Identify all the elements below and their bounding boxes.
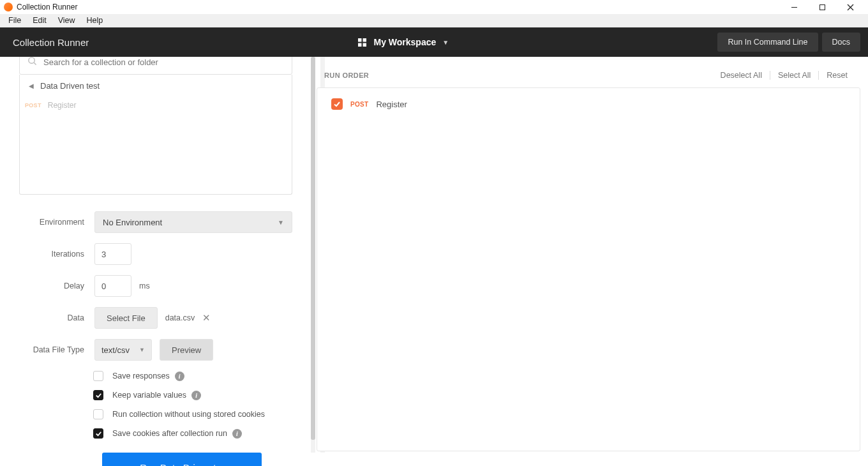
environment-select[interactable]: No Environment ▼ bbox=[94, 211, 292, 233]
environment-label: Environment bbox=[19, 218, 94, 227]
collection-search[interactable] bbox=[19, 57, 292, 75]
svg-rect-4 bbox=[358, 38, 362, 42]
run-settings: Environment No Environment ▼ Iterations … bbox=[19, 211, 292, 466]
collection-row[interactable]: ◀ Data Driven test bbox=[20, 75, 292, 97]
request-name: Register bbox=[48, 101, 77, 110]
chevron-left-icon: ◀ bbox=[29, 82, 34, 89]
preview-button[interactable]: Preview bbox=[160, 339, 213, 361]
keep-variables-checkbox[interactable] bbox=[93, 390, 103, 400]
run-order-item[interactable]: POST Register bbox=[331, 98, 846, 110]
topbar-heading: Collection Runner bbox=[0, 37, 89, 48]
search-icon bbox=[27, 57, 37, 68]
save-cookies-checkbox[interactable] bbox=[93, 428, 103, 439]
svg-point-8 bbox=[29, 57, 34, 63]
iterations-label: Iterations bbox=[19, 250, 94, 259]
info-icon[interactable]: i bbox=[232, 429, 242, 439]
environment-value: No Environment bbox=[103, 218, 162, 227]
iterations-input[interactable]: 3 bbox=[94, 243, 131, 265]
workspace-grid-icon bbox=[357, 38, 367, 47]
chevron-down-icon: ▼ bbox=[278, 219, 284, 226]
run-order-header: RUN ORDER Deselect All Select All Reset bbox=[317, 68, 860, 87]
data-file-type-select[interactable]: text/csv ▼ bbox=[94, 339, 152, 361]
no-stored-cookies-checkbox[interactable] bbox=[93, 409, 103, 419]
window-minimize-button[interactable] bbox=[780, 0, 808, 14]
run-order-list: POST Register bbox=[317, 87, 860, 451]
menu-view[interactable]: View bbox=[52, 16, 81, 25]
window-maximize-button[interactable] bbox=[808, 0, 836, 14]
save-cookies-label: Save cookies after collection run bbox=[112, 429, 227, 438]
save-responses-label: Save responses bbox=[112, 372, 170, 380]
delay-input[interactable]: 0 bbox=[94, 275, 131, 297]
window-titlebar: Collection Runner bbox=[0, 0, 868, 14]
delay-label: Delay bbox=[19, 282, 94, 290]
run-order-checkbox[interactable] bbox=[331, 98, 343, 110]
app-topbar: Collection Runner My Workspace ▼ Run In … bbox=[0, 27, 868, 57]
svg-rect-6 bbox=[358, 43, 362, 47]
info-icon[interactable]: i bbox=[175, 372, 184, 381]
run-command-line-button[interactable]: Run In Command Line bbox=[717, 33, 818, 52]
request-method-badge: POST bbox=[25, 102, 41, 109]
info-icon[interactable]: i bbox=[191, 391, 201, 400]
chevron-down-icon: ▼ bbox=[442, 39, 449, 46]
svg-line-9 bbox=[34, 63, 36, 64]
run-order-method: POST bbox=[350, 101, 368, 108]
save-responses-checkbox[interactable] bbox=[93, 371, 103, 381]
docs-button[interactable]: Docs bbox=[822, 33, 860, 52]
chevron-down-icon: ▼ bbox=[139, 347, 145, 353]
run-order-heading: RUN ORDER bbox=[324, 71, 369, 79]
collection-name: Data Driven test bbox=[40, 81, 100, 91]
run-order-name: Register bbox=[376, 100, 407, 109]
workspace-selector[interactable]: My Workspace bbox=[373, 37, 436, 47]
window-title: Collection Runner bbox=[17, 3, 77, 11]
right-pane: RUN ORDER Deselect All Select All Reset … bbox=[311, 57, 868, 466]
window-close-button[interactable] bbox=[836, 0, 864, 14]
clear-file-icon[interactable]: ✕ bbox=[202, 312, 211, 324]
collection-search-input[interactable] bbox=[43, 57, 284, 67]
app-icon bbox=[4, 3, 13, 11]
reset-link[interactable]: Reset bbox=[819, 71, 855, 80]
menu-bar: File Edit View Help bbox=[0, 14, 868, 27]
menu-edit[interactable]: Edit bbox=[27, 16, 52, 25]
svg-rect-1 bbox=[819, 4, 825, 10]
main-area: ◀ Data Driven test POST Register Environ… bbox=[0, 57, 868, 466]
request-row[interactable]: POST Register bbox=[20, 97, 292, 114]
delay-unit: ms bbox=[139, 282, 150, 290]
menu-help[interactable]: Help bbox=[81, 16, 109, 25]
data-label: Data bbox=[19, 313, 94, 322]
no-stored-cookies-label: Run collection without using stored cook… bbox=[112, 410, 265, 419]
select-file-button[interactable]: Select File bbox=[94, 307, 158, 329]
data-file-type-label: Data File Type bbox=[19, 345, 94, 354]
svg-rect-5 bbox=[363, 38, 367, 42]
deselect-all-link[interactable]: Deselect All bbox=[713, 71, 770, 80]
left-pane: ◀ Data Driven test POST Register Environ… bbox=[0, 57, 311, 466]
select-all-link[interactable]: Select All bbox=[770, 71, 818, 80]
collection-list: ◀ Data Driven test POST Register bbox=[19, 75, 292, 195]
svg-rect-7 bbox=[363, 43, 367, 47]
data-file-name: data.csv bbox=[165, 313, 195, 322]
menu-file[interactable]: File bbox=[3, 16, 27, 25]
run-collection-button[interactable]: Run Data Driven t... bbox=[102, 453, 262, 466]
keep-variables-label: Keep variable values bbox=[112, 391, 186, 400]
